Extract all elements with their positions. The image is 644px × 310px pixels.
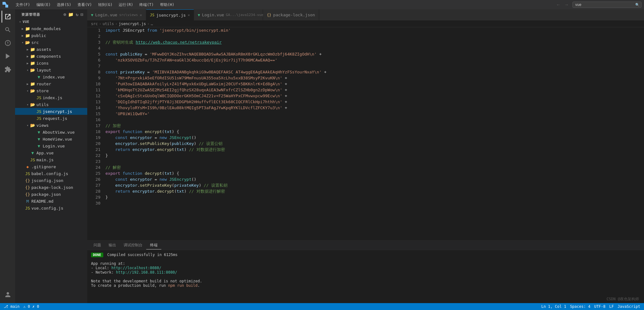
terminal-blank1: [91, 257, 640, 261]
tree-item-assets[interactable]: ▶ 📁 assets: [15, 46, 87, 53]
compiled-text: Compiled successfully in 6125ms: [107, 253, 178, 257]
network-url-link[interactable]: http://192.168.88.111:8080/: [116, 270, 177, 275]
code-line: // 密钥对生成 http://web.chacuo.net/netrsakey…: [105, 39, 644, 45]
tree-item-store-index[interactable]: ▶ JS index.js: [15, 94, 87, 101]
tree-item-layout-index[interactable]: ▶ ▼ index.vue: [15, 73, 87, 80]
tab-login-vue-views[interactable]: ▼ Login.vue src\views ✕: [87, 9, 146, 20]
code-content[interactable]: import JSEncrypt from 'jsencrypt/bin/jse…: [103, 27, 644, 240]
tree-item-package-lock[interactable]: ▶ {} package-lock.json: [15, 184, 87, 191]
tree-item-aboutview[interactable]: ▶ ▼ AboutView.vue: [15, 129, 87, 136]
js-tab-icon: JS: [150, 13, 154, 17]
code-token: decrypt: [157, 188, 174, 194]
menu-help[interactable]: 帮助(H): [158, 2, 177, 8]
menu-file[interactable]: 文件(F): [13, 2, 33, 8]
tree-item-utils[interactable]: ▾ 📂 utils: [15, 101, 87, 108]
tree-item-jsconfig[interactable]: ▶ {} jsconfig.json: [15, 177, 87, 184]
tree-item-jsencrypt[interactable]: ▶ JS jsencrypt.js: [15, 108, 87, 115]
code-token: [105, 99, 115, 105]
line-number: 17: [87, 123, 100, 129]
folder-open-icon: 📂: [30, 102, 35, 107]
breadcrumb-src[interactable]: src: [91, 22, 98, 26]
breadcrumb-more[interactable]: …: [151, 22, 153, 26]
tree-item-main-js[interactable]: ▶ JS main.js: [15, 156, 87, 163]
activity-explorer[interactable]: [2, 11, 13, 23]
panel-tab-output[interactable]: 输出: [105, 241, 120, 249]
menu-edit[interactable]: 编辑(E): [34, 2, 53, 8]
code-token: +: [282, 87, 287, 93]
tree-item-package-json[interactable]: ▶ {} package.json: [15, 191, 87, 198]
panel-tab-debug[interactable]: 调试控制台: [120, 241, 146, 249]
activity-extensions[interactable]: [2, 63, 13, 75]
panel-tab-terminal[interactable]: 终端: [146, 241, 161, 249]
collapse-icon[interactable]: ⊟: [81, 12, 83, 17]
tab-package-lock[interactable]: {} package-lock.json: [263, 9, 319, 20]
activity-search[interactable]: [2, 24, 13, 36]
folder-icon: 📁: [25, 26, 30, 31]
status-line-ending[interactable]: LF: [609, 304, 614, 309]
nav-forward-button[interactable]: →: [563, 2, 570, 8]
new-file-icon[interactable]: ⊕: [63, 12, 66, 17]
terminal-note: Note that the development build is not o…: [91, 279, 640, 283]
code-token: .: [137, 182, 140, 188]
new-folder-icon[interactable]: 📁: [68, 12, 74, 17]
tab-login-vue-ga[interactable]: ▼ Login.vue GA...\java1234-vue3-admin3\.…: [194, 9, 263, 20]
line-number: 29: [87, 194, 100, 200]
code-line: 'YhovyloRYsM+IS9h/0BzlEAu08ktMQIg5PT3aFA…: [105, 105, 644, 111]
tree-item-public[interactable]: ▶ 📁 public: [15, 32, 87, 39]
menu-run[interactable]: 运行(R): [116, 2, 136, 8]
tree-item-request[interactable]: ▶ JS request.js: [15, 115, 87, 122]
panel-tab-problems[interactable]: 问题: [90, 241, 105, 249]
refresh-icon[interactable]: ↻: [76, 12, 78, 17]
tree-item-gitignore[interactable]: ▶ ◆ .gitignore: [15, 163, 87, 170]
tree-root-vue[interactable]: ▾ VUE: [15, 18, 87, 25]
code-token: +: [282, 99, 287, 105]
tree-item-homeview[interactable]: ▶ ▼ HomeView.vue: [15, 136, 87, 142]
status-spaces[interactable]: Spaces: 4: [570, 304, 590, 309]
status-encoding[interactable]: UTF-8: [594, 304, 605, 309]
tree-item-app-vue[interactable]: ▶ ▼ App.vue: [15, 149, 87, 156]
breadcrumb-file[interactable]: jsencrypt.js: [119, 22, 146, 26]
tab-close-icon[interactable]: ✕: [188, 13, 190, 17]
menu-select[interactable]: 选择(S): [54, 2, 74, 8]
tree-item-login-vue[interactable]: ▶ ▼ Login.vue: [15, 142, 87, 149]
code-token: ): [184, 147, 189, 152]
tab-subtitle: src\views: [119, 13, 138, 17]
code-token: const: [115, 135, 127, 141]
folder-icon: 📁: [30, 61, 35, 66]
code-link[interactable]: http://web.chacuo.net/netrsakeypair: [136, 39, 222, 45]
tab-jsencrypt[interactable]: JS jsencrypt.js ✕: [146, 9, 194, 20]
code-token: [120, 170, 123, 176]
tab-close-icon[interactable]: ✕: [140, 13, 142, 17]
activity-git[interactable]: [2, 37, 13, 49]
menu-terminal[interactable]: 终端(T): [137, 2, 156, 8]
tree-item-icons[interactable]: ▶ 📁 icons: [15, 60, 87, 67]
activity-run[interactable]: [2, 50, 13, 62]
editor-area: ▼ Login.vue src\views ✕ JS jsencrypt.js …: [87, 9, 644, 303]
tree-item-layout[interactable]: ▾ 📂 layout: [15, 67, 87, 73]
tree-item-vue-config[interactable]: ▶ JS vue.config.js: [15, 205, 87, 211]
menu-goto[interactable]: 转到(G): [96, 2, 115, 8]
tree-item-babel[interactable]: ▶ JS babel.config.js: [15, 170, 87, 177]
nav-back-button[interactable]: ←: [555, 2, 562, 8]
status-language[interactable]: JavaScript: [618, 304, 640, 309]
breadcrumb: src › utils › jsencrypt.js › …: [87, 20, 644, 27]
code-line: [105, 158, 644, 164]
code-editor[interactable]: 1234567891011121314151617181920212223242…: [87, 27, 644, 240]
tree-item-views[interactable]: ▾ 📂 views: [15, 122, 87, 129]
tree-item-router[interactable]: ▶ 📁 router: [15, 80, 87, 87]
code-token: 'nzkXSOVOZbFu/TJhZ7nFAN+eaGkl3C4buccQd/E…: [115, 57, 277, 63]
status-position[interactable]: Ln 1, Col 1: [541, 304, 566, 309]
status-branch[interactable]: ⎇ main: [4, 304, 19, 309]
tree-item-readme[interactable]: ▶ M README.md: [15, 198, 87, 205]
tree-item-src[interactable]: ▾ 📂 src: [15, 39, 87, 46]
tree-item-node-modules[interactable]: ▶ 📁 node_modules: [15, 25, 87, 32]
local-url-link[interactable]: http://localhost:8080/: [111, 266, 161, 270]
activity-account[interactable]: [2, 289, 13, 301]
breadcrumb-utils[interactable]: utils: [103, 22, 114, 26]
code-token: encryptor: [115, 141, 137, 147]
tree-item-components[interactable]: ▶ 📁 components: [15, 53, 87, 60]
tree-item-store[interactable]: ▾ 📂 store: [15, 87, 87, 94]
code-token: [118, 69, 120, 75]
menu-view[interactable]: 查看(V): [75, 2, 94, 8]
search-input[interactable]: [572, 2, 641, 8]
